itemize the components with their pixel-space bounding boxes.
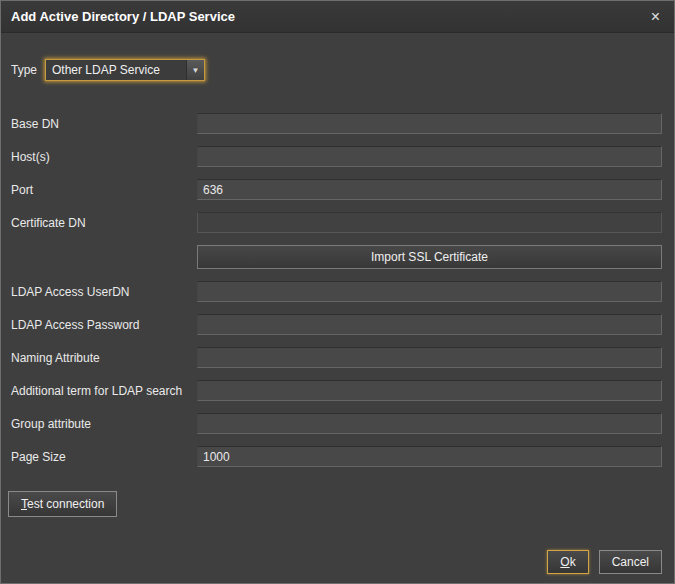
group-attribute-label: Group attribute — [11, 417, 197, 431]
form-row-additional-term: Additional term for LDAP search — [11, 380, 662, 401]
page-size-label: Page Size — [11, 450, 197, 464]
form-row-certificate-dn: Certificate DN — [11, 212, 662, 233]
dialog-title: Add Active Directory / LDAP Service — [11, 9, 647, 24]
dialog-titlebar: Add Active Directory / LDAP Service × — [1, 1, 674, 33]
hosts-input[interactable] — [197, 146, 662, 167]
ldap-access-userdn-input[interactable] — [197, 281, 662, 302]
dialog-footer: Ok Cancel — [547, 550, 662, 574]
ldap-form: Base DN Host(s) Port Certificate DN Impo… — [11, 113, 662, 467]
naming-attribute-input[interactable] — [197, 347, 662, 368]
form-row-hosts: Host(s) — [11, 146, 662, 167]
add-ldap-service-dialog: Add Active Directory / LDAP Service × Ty… — [0, 0, 675, 584]
form-row-ldap-access-userdn: LDAP Access UserDN — [11, 281, 662, 302]
base-dn-label: Base DN — [11, 117, 197, 131]
certificate-dn-input — [197, 212, 662, 233]
ldap-access-password-label: LDAP Access Password — [11, 318, 197, 332]
form-row-base-dn: Base DN — [11, 113, 662, 134]
type-dropdown[interactable]: Other LDAP Service ▼ — [45, 59, 205, 81]
port-label: Port — [11, 183, 197, 197]
test-connection-row: Test connection — [8, 491, 662, 517]
cancel-button[interactable]: Cancel — [599, 550, 662, 574]
hosts-label: Host(s) — [11, 150, 197, 164]
port-input[interactable] — [197, 179, 662, 200]
form-row-group-attribute: Group attribute — [11, 413, 662, 434]
dialog-body: Type Other LDAP Service ▼ Base DN Host(s… — [1, 59, 674, 517]
form-row-naming-attribute: Naming Attribute — [11, 347, 662, 368]
form-row-port: Port — [11, 179, 662, 200]
type-dropdown-value: Other LDAP Service — [46, 63, 186, 77]
certificate-dn-label: Certificate DN — [11, 216, 197, 230]
chevron-down-icon[interactable]: ▼ — [186, 60, 204, 80]
additional-term-label: Additional term for LDAP search — [11, 384, 197, 398]
type-row: Type Other LDAP Service ▼ — [11, 59, 662, 81]
form-row-ldap-access-password: LDAP Access Password — [11, 314, 662, 335]
type-label: Type — [11, 63, 45, 77]
form-row-page-size: Page Size — [11, 446, 662, 467]
naming-attribute-label: Naming Attribute — [11, 351, 197, 365]
base-dn-input[interactable] — [197, 113, 662, 134]
ok-button[interactable]: Ok — [547, 550, 588, 574]
close-icon[interactable]: × — [647, 7, 664, 27]
group-attribute-input[interactable] — [197, 413, 662, 434]
form-row-import-ssl: Import SSL Certificate — [11, 245, 662, 269]
ldap-access-password-input[interactable] — [197, 314, 662, 335]
import-ssl-certificate-button[interactable]: Import SSL Certificate — [197, 245, 662, 269]
page-size-input[interactable] — [197, 446, 662, 467]
ldap-access-userdn-label: LDAP Access UserDN — [11, 285, 197, 299]
test-connection-button[interactable]: Test connection — [8, 491, 117, 517]
additional-term-input[interactable] — [197, 380, 662, 401]
